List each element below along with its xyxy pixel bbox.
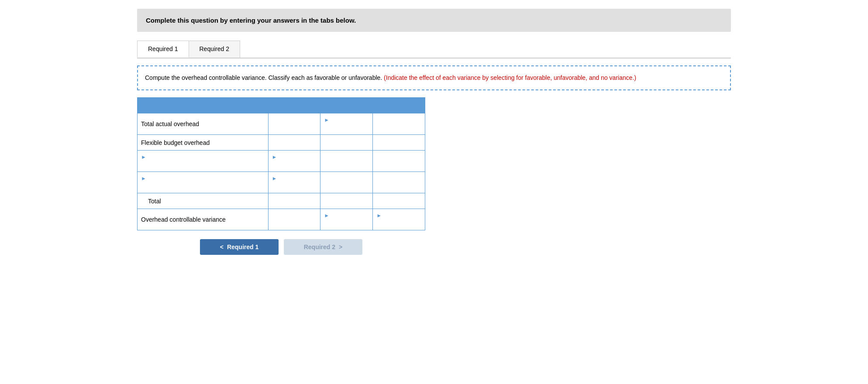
row4-col2: [320, 172, 373, 193]
table-row: ► ►: [138, 151, 425, 172]
row1-col2[interactable]: ►: [320, 113, 373, 135]
instruction-paragraph: Compute the overhead controllable varian…: [145, 73, 723, 82]
row2-col2: [320, 135, 373, 151]
arrow-icon: ►: [324, 213, 329, 219]
back-label: Required 1: [227, 243, 258, 250]
tab-required1[interactable]: Required 1: [137, 41, 189, 58]
header-col3: [320, 97, 373, 113]
table-row: Overhead controllable variance ► ►: [138, 209, 425, 230]
arrow-icon: ►: [272, 154, 277, 160]
variance-table-container: Total actual overhead ► Flexible budget …: [137, 97, 425, 230]
arrow-icon: ►: [141, 175, 146, 182]
back-chevron: <: [220, 243, 224, 250]
table-row: Total actual overhead ►: [138, 113, 425, 135]
arrow-icon: ►: [141, 154, 146, 160]
row5-col1: [268, 193, 320, 209]
row3-label-input[interactable]: [141, 160, 265, 169]
navigation-buttons: < Required 1 Required 2 >: [137, 239, 425, 255]
row1-col1: [268, 113, 320, 135]
header-col1: [137, 97, 267, 113]
row3-col2: [320, 151, 373, 172]
row6-col1: [268, 209, 320, 230]
arrow-icon: ►: [376, 213, 382, 219]
table-row: Total: [138, 193, 425, 209]
instruction-text: Complete this question by entering your …: [146, 17, 356, 24]
content-instruction-box: Compute the overhead controllable varian…: [137, 65, 731, 90]
row2-col1: [268, 135, 320, 151]
forward-button[interactable]: Required 2 >: [284, 239, 362, 255]
table-row: ► ►: [138, 172, 425, 193]
row2-label: Flexible budget overhead: [138, 135, 269, 151]
row4-input1[interactable]: [272, 182, 317, 190]
row6-col3[interactable]: ►: [373, 209, 425, 230]
row2-col3: [373, 135, 425, 151]
row4-label-cell[interactable]: ►: [138, 172, 269, 193]
row6-input3[interactable]: [376, 219, 421, 227]
row4-col3: [373, 172, 425, 193]
header-col2: [267, 97, 320, 113]
row1-col3: [373, 113, 425, 135]
instruction-banner: Complete this question by entering your …: [137, 9, 731, 32]
row3-input1[interactable]: [272, 160, 317, 169]
row1-label: Total actual overhead: [138, 113, 269, 135]
row5-col2: [320, 193, 373, 209]
row4-col1[interactable]: ►: [268, 172, 320, 193]
instruction-part1: Compute the overhead controllable varian…: [145, 74, 384, 81]
row5-label: Total: [138, 193, 269, 209]
instruction-part2: (Indicate the effect of each variance by…: [384, 74, 636, 81]
tab-required2[interactable]: Required 2: [189, 41, 241, 58]
row5-col3: [373, 193, 425, 209]
table-row: Flexible budget overhead: [138, 135, 425, 151]
row6-input2[interactable]: [324, 219, 369, 227]
row6-label: Overhead controllable variance: [138, 209, 269, 230]
row4-label-input[interactable]: [141, 182, 265, 190]
tabs-container: Required 1 Required 2: [137, 41, 731, 58]
arrow-icon: ►: [272, 175, 277, 182]
variance-table: Total actual overhead ► Flexible budget …: [137, 113, 425, 230]
row3-col3: [373, 151, 425, 172]
row1-input2[interactable]: [324, 123, 369, 132]
forward-chevron: >: [339, 243, 342, 250]
header-col4: [372, 97, 425, 113]
arrow-icon: ►: [324, 117, 329, 123]
back-button[interactable]: < Required 1: [200, 239, 279, 255]
row3-label-cell[interactable]: ►: [138, 151, 269, 172]
forward-label: Required 2: [304, 243, 335, 250]
table-header-row: [137, 97, 425, 113]
row3-col1[interactable]: ►: [268, 151, 320, 172]
row6-col2[interactable]: ►: [320, 209, 373, 230]
